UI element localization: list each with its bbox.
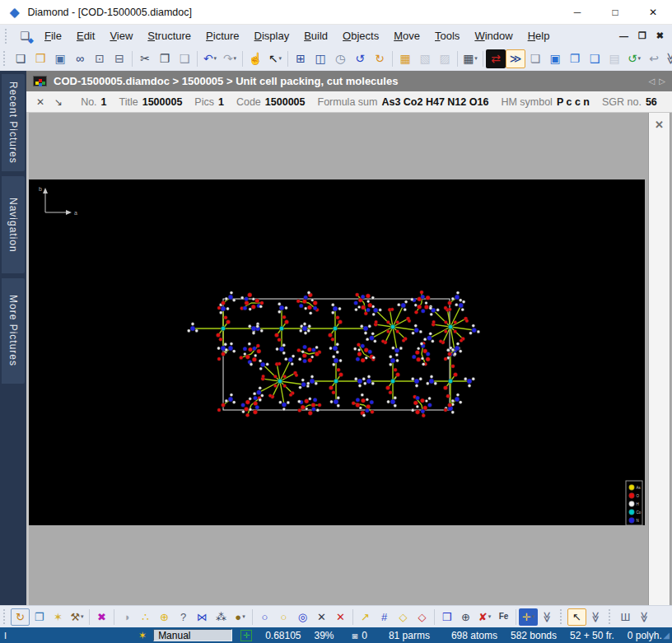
- copy-picture-icon[interactable]: ❐: [565, 49, 585, 68]
- move-mode-icon[interactable]: ✛▾: [519, 608, 538, 626]
- fill-atoms-icon[interactable]: ◑: [117, 608, 136, 626]
- remove-rings-icon[interactable]: ✕: [312, 608, 331, 626]
- toolbar-grip[interactable]: [3, 51, 7, 66]
- print-preview-icon[interactable]: ⊡: [90, 49, 110, 68]
- menu-help[interactable]: Help: [520, 27, 558, 44]
- menu-window[interactable]: Window: [467, 27, 520, 44]
- destroy-structure-icon[interactable]: ✖: [92, 608, 111, 626]
- history-view-icon[interactable]: ◷: [330, 49, 350, 68]
- refresh-view-icon[interactable]: ↻: [370, 49, 390, 68]
- menu-tools[interactable]: Tools: [427, 27, 467, 44]
- menu-picture[interactable]: Picture: [198, 27, 246, 44]
- close-button[interactable]: ✕: [634, 0, 672, 25]
- menu-file[interactable]: File: [37, 27, 69, 44]
- molecule-tree-icon[interactable]: ⁂: [212, 608, 231, 626]
- redo-dropdown-icon[interactable]: ▾: [234, 55, 237, 62]
- picture-view-icon[interactable]: ▣: [545, 49, 565, 68]
- overflow-measure-icon[interactable]: ≫: [635, 608, 654, 626]
- menu-build[interactable]: Build: [296, 27, 335, 44]
- select-arrow-icon[interactable]: ↖▾: [265, 49, 285, 68]
- add-all-atoms-icon[interactable]: ∴: [136, 608, 155, 626]
- undo-view-icon[interactable]: ↺: [350, 49, 370, 68]
- new-document-icon[interactable]: ❏: [11, 49, 30, 68]
- menu-structure[interactable]: Structure: [140, 27, 198, 44]
- create-bond-icon[interactable]: ↗: [356, 608, 375, 626]
- build-menu-dropdown-icon[interactable]: ▾: [81, 613, 84, 620]
- video-screen-icon[interactable]: ⇄: [486, 49, 506, 68]
- save-icon[interactable]: ▣: [50, 49, 70, 68]
- structure-canvas[interactable]: baAsOHCoN: [29, 179, 645, 525]
- add-atom-icon[interactable]: ⊕: [155, 608, 174, 626]
- pan-hand-icon[interactable]: ☝: [245, 49, 265, 68]
- print-icon[interactable]: ⊟: [110, 49, 129, 68]
- table-properties-icon[interactable]: ▦: [395, 49, 415, 68]
- menubar-grip[interactable]: [5, 29, 9, 44]
- delete-objects-dropdown-icon[interactable]: ▾: [488, 613, 492, 620]
- sidebar-tab-recent-pictures[interactable]: Recent Pictures: [2, 74, 25, 171]
- sidebar-tab-more-pictures[interactable]: More Pictures: [2, 278, 25, 384]
- resize-grip[interactable]: ◢: [663, 631, 670, 640]
- infobar-expand-icon[interactable]: ↘: [54, 96, 63, 108]
- overflow-move-icon[interactable]: ≫: [538, 608, 557, 626]
- data-sheet-dropdown-icon[interactable]: ▾: [474, 55, 478, 62]
- menu-move[interactable]: Move: [386, 27, 427, 44]
- picture-history-icon[interactable]: ↺▾: [624, 49, 644, 68]
- polygon-yellow-icon[interactable]: ◇: [394, 608, 413, 626]
- send-picture-icon[interactable]: ❐: [30, 608, 49, 626]
- menu-objects[interactable]: Objects: [335, 27, 386, 44]
- find-binoculars-icon[interactable]: ∞: [70, 49, 90, 68]
- pointer-mode-icon[interactable]: ↖: [567, 608, 586, 626]
- maximize-button[interactable]: □: [596, 0, 634, 25]
- next-picture-icon[interactable]: ≫: [506, 49, 525, 68]
- paste-picture-icon[interactable]: ❑: [585, 49, 604, 68]
- sidebar-tab-navigation[interactable]: Navigation: [2, 176, 25, 273]
- atom-design-icon[interactable]: ●▾: [231, 608, 250, 626]
- move-mode-dropdown-icon[interactable]: ▾: [532, 613, 535, 620]
- connect-atoms-icon[interactable]: ⋈: [193, 608, 212, 626]
- toolbar-grip[interactable]: [3, 609, 7, 624]
- orientation-sphere-icon[interactable]: ⊕: [456, 608, 475, 626]
- toolbar-grip[interactable]: [560, 609, 564, 624]
- remove-all-rings-icon[interactable]: ✕: [331, 608, 350, 626]
- menu-edit[interactable]: Edit: [69, 27, 102, 44]
- guess-atom-icon[interactable]: ?: [174, 608, 193, 626]
- tree-view-icon[interactable]: ⊞: [291, 49, 310, 68]
- overflow-pointer-icon[interactable]: ≫: [586, 608, 605, 626]
- toolbar-grip[interactable]: [609, 609, 613, 624]
- delete-objects-icon[interactable]: ✘▾: [475, 608, 494, 626]
- mdi-restore-button[interactable]: ❐: [638, 30, 646, 41]
- measure-icon[interactable]: Ш: [616, 608, 635, 626]
- paste-icon[interactable]: ❑: [175, 49, 194, 68]
- atom-design-dropdown-icon[interactable]: ▾: [242, 613, 245, 620]
- mdi-minimize-button[interactable]: —: [619, 31, 628, 41]
- picture-back-icon[interactable]: ↩: [644, 49, 664, 68]
- data-sheet-icon[interactable]: ▦▾: [460, 49, 480, 68]
- menu-view[interactable]: View: [102, 27, 140, 44]
- ring-copy-icon[interactable]: ◎: [293, 608, 312, 626]
- breadcrumb-next-icon[interactable]: ▷: [659, 77, 665, 86]
- split-view-icon[interactable]: ◫: [310, 49, 330, 68]
- infobar-close-icon[interactable]: ✕: [36, 96, 44, 108]
- picture-history-dropdown-icon[interactable]: ▾: [638, 55, 642, 62]
- wizard-icon[interactable]: ✶: [49, 608, 68, 626]
- copy-icon[interactable]: ❐: [155, 49, 175, 68]
- new-picture-icon[interactable]: ❏: [525, 49, 545, 68]
- breadcrumb-prev-icon[interactable]: ◁: [649, 77, 656, 86]
- ring-yellow-icon[interactable]: ○: [274, 608, 293, 626]
- ring-blue-icon[interactable]: ○: [255, 608, 274, 626]
- undo-dropdown-icon[interactable]: ▾: [214, 55, 217, 62]
- toolbar-overflow-icon[interactable]: ≫▾: [664, 49, 672, 68]
- open-folder-icon[interactable]: ❒: [30, 49, 50, 68]
- cut-icon[interactable]: ✂: [135, 49, 155, 68]
- redo-icon[interactable]: ↷▾: [220, 49, 240, 68]
- build-menu-icon[interactable]: ⚒▾: [68, 608, 86, 626]
- minimize-button[interactable]: ─: [558, 0, 596, 25]
- element-fe-icon[interactable]: Fe: [494, 608, 513, 626]
- select-arrow-dropdown-icon[interactable]: ▾: [279, 55, 282, 62]
- panel-close-icon[interactable]: ✕: [649, 119, 670, 131]
- polygon-red-icon[interactable]: ◇: [413, 608, 432, 626]
- lattice-net-icon[interactable]: #: [375, 608, 394, 626]
- mdi-close-button[interactable]: ✖: [656, 30, 664, 41]
- unit-cell-box-icon[interactable]: ❒: [437, 608, 456, 626]
- undo-icon[interactable]: ↶▾: [200, 49, 220, 68]
